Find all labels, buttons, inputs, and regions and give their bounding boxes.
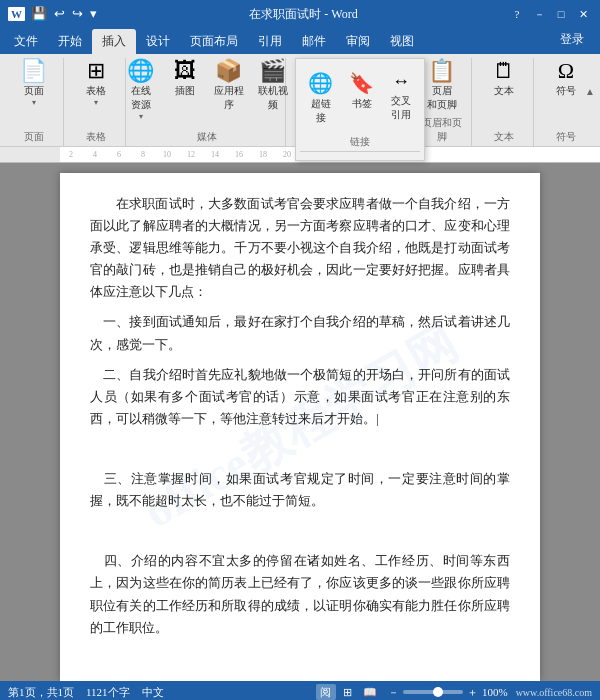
- table-icon: ⊞: [87, 60, 105, 82]
- view-btn-web[interactable]: 📖: [360, 684, 380, 700]
- close-btn[interactable]: ✕: [574, 5, 592, 23]
- document-page[interactable]: office教程学习网 在求职面试时，大多数面试考官会要求应聘者做一个自我介绍，…: [60, 173, 540, 681]
- view-buttons: 阅 ⊞ 📖: [316, 684, 380, 700]
- minimize-btn[interactable]: －: [530, 5, 548, 23]
- save-quick-btn[interactable]: 💾: [29, 6, 49, 22]
- hyperlink-btn[interactable]: 🌐 超链接: [304, 67, 337, 129]
- doc-para-6: 四、介绍的内容不宜太多的停留在诸如姓名、工作经历、时间等东西上，因为这些在你的简…: [90, 550, 510, 638]
- document-title: 在求职面试时 - Word: [249, 7, 357, 21]
- ribbon-btn-app[interactable]: 📦 应用程序: [209, 58, 249, 114]
- zoom-level: 100%: [482, 686, 508, 698]
- picture-icon: 🖼: [174, 60, 196, 82]
- bookmark-icon: 🔖: [349, 71, 374, 95]
- doc-para-2: 二、自我介绍时首先应礼貌地做一个极简短的开场白，开问所有的面试人员（如果有多个面…: [90, 364, 510, 430]
- page-icon: 📄: [20, 60, 47, 82]
- doc-para-0: 在求职面试时，大多数面试考官会要求应聘者做一个自我介绍，一方面以此了解应聘者的大…: [90, 193, 510, 303]
- app-icon: 📦: [215, 60, 242, 82]
- video-label: 联机视频: [258, 84, 288, 112]
- online-dropdown-arrow: ▾: [139, 112, 143, 121]
- crossref-icon: ↔: [392, 71, 410, 92]
- tab-references[interactable]: 引用: [248, 29, 292, 54]
- app-label: 应用程序: [214, 84, 244, 112]
- links-dropdown-title: 链接: [300, 133, 420, 152]
- ribbon-group-tables-items: ⊞ 表格 ▾: [76, 58, 116, 128]
- ribbon-group-text-label: 文本: [494, 130, 514, 144]
- menu-tabs-bar: 文件 开始 插入 设计 页面布局 引用 邮件 审阅 视图 登录: [0, 28, 600, 54]
- ribbon-group-text: 🗒 文本 文本: [474, 58, 534, 146]
- tab-review[interactable]: 审阅: [336, 29, 380, 54]
- headerfooter-icon: 📋: [428, 60, 455, 82]
- doc-para-1: 一、接到面试通知后，最好在家打个自我介绍的草稿，然后试着讲述几次，感觉一下。: [90, 311, 510, 355]
- ribbon-group-symbols-label: 符号: [556, 130, 576, 144]
- ribbon-btn-headerfooter[interactable]: 📋 页眉和页脚: [422, 58, 462, 114]
- help-btn[interactable]: ?: [508, 5, 526, 23]
- ribbon-btn-table[interactable]: ⊞ 表格 ▾: [76, 58, 116, 109]
- doc-para-4: 三、注意掌握时间，如果面试考官规定了时间，一定要注意时间的掌握，既不能超时太长，…: [90, 468, 510, 512]
- ribbon-btn-online[interactable]: 🌐 在线资源 ▾: [121, 58, 161, 123]
- online-label: 在线资源: [131, 84, 151, 112]
- more-quick-btn[interactable]: ▾: [88, 6, 99, 22]
- hyperlink-icon: 🌐: [308, 71, 333, 95]
- doc-para-3: [90, 438, 510, 460]
- redo-quick-btn[interactable]: ↪: [70, 6, 85, 22]
- picture-label: 插图: [175, 84, 195, 98]
- status-bar-right: 阅 ⊞ 📖 － ＋ 100% www.office68.com: [316, 684, 592, 700]
- undo-quick-btn[interactable]: ↩: [52, 6, 67, 22]
- tab-design[interactable]: 设计: [136, 29, 180, 54]
- maximize-btn[interactable]: □: [552, 5, 570, 23]
- ribbon-btn-symbol[interactable]: Ω 符号: [546, 58, 586, 100]
- ribbon-group-media-items: 🌐 在线资源 ▾ 🖼 插图 📦 应用程序 🎬 联机视频: [121, 58, 293, 128]
- title-bar-center: 在求职面试时 - Word: [99, 6, 508, 23]
- zoom-minus-btn[interactable]: －: [388, 685, 399, 700]
- ribbon-group-media: 🌐 在线资源 ▾ 🖼 插图 📦 应用程序 🎬 联机视频 媒体: [128, 58, 286, 146]
- zoom-slider-thumb[interactable]: [433, 687, 443, 697]
- view-btn-read[interactable]: 阅: [316, 684, 336, 700]
- table-label: 表格: [86, 84, 106, 98]
- zoom-control[interactable]: － ＋ 100%: [388, 685, 508, 700]
- ribbon-group-pages-items: 📄 页面 ▾: [14, 58, 54, 128]
- tab-view[interactable]: 视图: [380, 29, 424, 54]
- zoom-plus-btn[interactable]: ＋: [467, 685, 478, 700]
- ribbon-group-media-label: 媒体: [197, 130, 217, 144]
- bookmark-btn[interactable]: 🔖 书签: [345, 67, 378, 129]
- page-dropdown-arrow: ▾: [32, 98, 36, 107]
- page-label: 页面: [24, 84, 44, 98]
- symbol-icon: Ω: [558, 60, 574, 82]
- ribbon-group-headerfooter-label: 页眉和页脚: [420, 116, 463, 144]
- crossref-btn[interactable]: ↔ 交叉引用: [386, 67, 416, 129]
- login-btn[interactable]: 登录: [552, 27, 592, 52]
- online-icon: 🌐: [127, 60, 154, 82]
- ribbon-scroll-btn[interactable]: ▲: [582, 54, 598, 128]
- symbol-label: 符号: [556, 84, 576, 98]
- video-icon: 🎬: [259, 60, 286, 82]
- website-link[interactable]: www.office68.com: [516, 687, 592, 698]
- zoom-slider-track[interactable]: [403, 690, 463, 694]
- quick-access-toolbar: 💾 ↩ ↪ ▾: [29, 6, 99, 22]
- hyperlink-label: 超链接: [308, 97, 333, 125]
- tab-layout[interactable]: 页面布局: [180, 29, 248, 54]
- ribbon-btn-page[interactable]: 📄 页面 ▾: [14, 58, 54, 109]
- document-content: 在求职面试时，大多数面试考官会要求应聘者做一个自我介绍，一方面以此了解应聘者的大…: [90, 193, 510, 681]
- ribbon-group-headerfooter-items: 📋 页眉和页脚: [422, 58, 462, 114]
- tab-home[interactable]: 开始: [48, 29, 92, 54]
- document-area: office教程学习网 在求职面试时，大多数面试考官会要求应聘者做一个自我介绍，…: [0, 163, 600, 681]
- ribbon-group-text-items: 🗒 文本: [484, 58, 524, 128]
- tab-file[interactable]: 文件: [4, 29, 48, 54]
- ribbon: 📄 页面 ▾ 页面 ⊞ 表格 ▾ 表格 🌐: [0, 54, 600, 147]
- ribbon-btn-picture[interactable]: 🖼 插图: [165, 58, 205, 100]
- tab-mailing[interactable]: 邮件: [292, 29, 336, 54]
- title-bar: W 💾 ↩ ↪ ▾ 在求职面试时 - Word ? － □ ✕: [0, 0, 600, 28]
- doc-para-5: [90, 520, 510, 542]
- title-bar-left: W 💾 ↩ ↪ ▾: [8, 6, 99, 22]
- text-cursor: [376, 411, 379, 426]
- ribbon-btn-textbox[interactable]: 🗒 文本: [484, 58, 524, 100]
- word-count: 1121个字: [86, 685, 130, 700]
- ribbon-group-tables: ⊞ 表格 ▾ 表格: [66, 58, 126, 146]
- textbox-label: 文本: [494, 84, 514, 98]
- view-btn-print[interactable]: ⊞: [338, 684, 358, 700]
- tab-insert[interactable]: 插入: [92, 29, 136, 54]
- ribbon-group-pages-label: 页面: [24, 130, 44, 144]
- ribbon-btn-video[interactable]: 🎬 联机视频: [253, 58, 293, 114]
- textbox-icon: 🗒: [493, 60, 515, 82]
- ribbon-group-tables-label: 表格: [86, 130, 106, 144]
